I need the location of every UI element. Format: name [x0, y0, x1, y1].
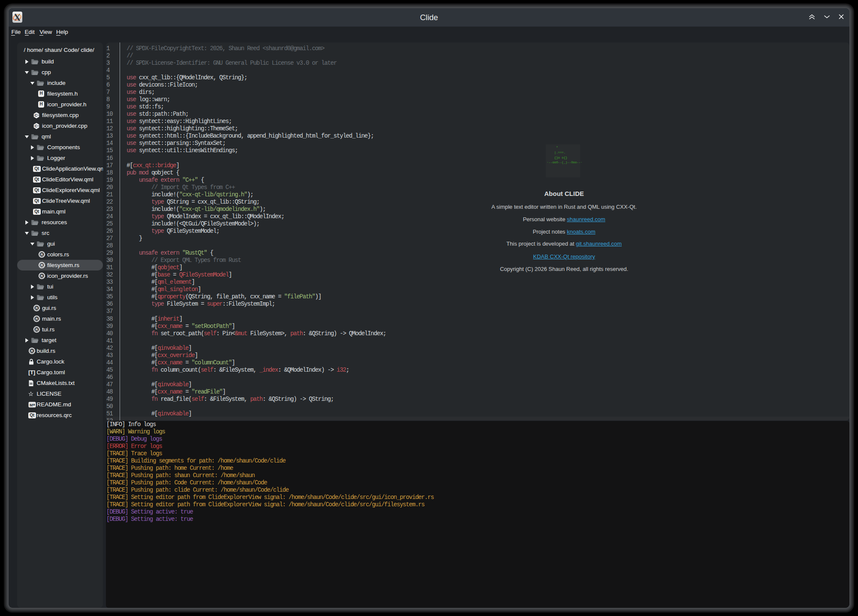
svg-text:R: R: [35, 306, 38, 310]
svg-text:R: R: [40, 252, 43, 257]
svg-text:R: R: [40, 274, 43, 278]
svg-text:R: R: [30, 349, 33, 353]
svg-text:M: M: [30, 402, 33, 407]
svg-text:R: R: [40, 263, 43, 267]
svg-text:+: +: [37, 124, 39, 127]
svg-text:R: R: [35, 328, 38, 332]
svg-text:R: R: [35, 317, 38, 321]
svg-text:+: +: [37, 114, 39, 116]
